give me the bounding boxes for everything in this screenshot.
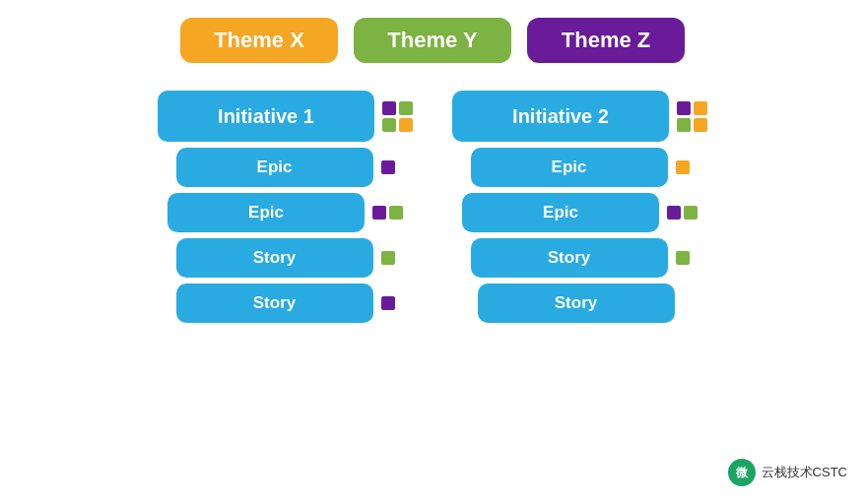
story-1-row: Story: [176, 238, 395, 278]
story-2-item: Story: [176, 284, 373, 323]
dot: [677, 101, 691, 115]
story-2-dots: [381, 296, 395, 310]
epic-2-item: Epic: [167, 193, 365, 232]
themes-row: Theme X Theme Y Theme Z: [180, 18, 685, 63]
initiative-1-col: Initiative 1 Epic Epic: [158, 91, 413, 323]
epic-3-row: Epic: [471, 148, 690, 187]
story-4-row: Story: [478, 284, 683, 323]
story-1-dots: [381, 251, 395, 265]
epic-4-row: Epic: [462, 193, 698, 232]
epic-1-item: Epic: [176, 148, 373, 187]
epic-1-dots: [381, 160, 395, 174]
epic-4-item: Epic: [462, 193, 659, 232]
story-3-dots: [676, 251, 690, 265]
dot: [677, 118, 691, 132]
story-3-item: Story: [471, 238, 668, 278]
theme-z-badge: Theme Z: [527, 18, 685, 63]
dot: [389, 206, 403, 220]
watermark-icon: 微: [728, 459, 756, 486]
dot: [667, 206, 681, 220]
initiative-2-row: Initiative 2: [452, 91, 707, 142]
epic-1-row: Epic: [176, 148, 395, 187]
theme-y-badge: Theme Y: [354, 18, 511, 63]
initiative-2-dots: [677, 101, 707, 132]
initiatives-area: Initiative 1 Epic Epic: [158, 91, 707, 323]
dot: [694, 101, 707, 115]
dot: [399, 101, 413, 115]
dot: [372, 206, 386, 220]
epic-3-item: Epic: [471, 148, 668, 187]
dot: [381, 160, 395, 174]
story-3-row: Story: [471, 238, 690, 278]
initiative-1-item: Initiative 1: [158, 91, 374, 142]
watermark: 微 云栈技术CSTC: [728, 459, 847, 486]
dot: [382, 101, 396, 115]
epic-4-dots: [667, 206, 698, 220]
story-4-item: Story: [478, 284, 675, 323]
story-2-row: Story: [176, 284, 395, 323]
epic-2-row: Epic: [167, 193, 403, 232]
main-container: Theme X Theme Y Theme Z Initiative 1 Epi…: [0, 0, 865, 504]
dot: [694, 118, 707, 132]
dot: [382, 118, 396, 132]
dot: [381, 296, 395, 310]
theme-x-badge: Theme X: [180, 18, 338, 63]
story-1-item: Story: [176, 238, 373, 278]
watermark-text: 云栈技术CSTC: [762, 464, 847, 481]
initiative-2-item: Initiative 2: [452, 91, 669, 142]
epic-3-dots: [676, 160, 690, 174]
dot: [676, 251, 690, 265]
initiative-1-dots: [382, 101, 413, 132]
initiative-2-col: Initiative 2 Epic Epic: [452, 91, 707, 323]
epic-2-dots: [372, 206, 403, 220]
initiative-1-row: Initiative 1: [158, 91, 413, 142]
dot: [399, 118, 413, 132]
dot: [684, 206, 698, 220]
dot: [676, 160, 690, 174]
dot: [381, 251, 395, 265]
